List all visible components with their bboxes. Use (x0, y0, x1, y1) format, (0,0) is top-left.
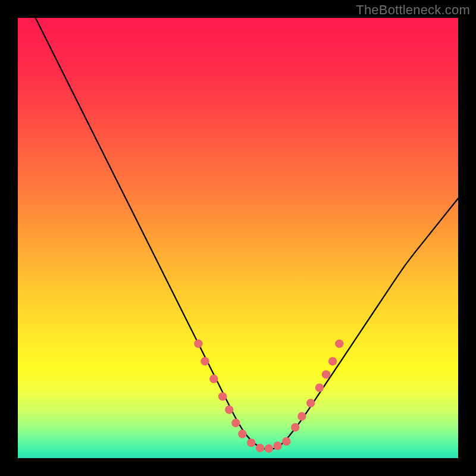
curve-marker (256, 444, 264, 452)
watermark-text: TheBottleneck.com (356, 2, 470, 18)
curve-marker (315, 383, 324, 392)
curve-markers (194, 339, 343, 453)
curve-marker (225, 405, 233, 414)
curve-marker (194, 339, 202, 347)
chart-svg (18, 18, 458, 458)
curve-marker (282, 437, 290, 446)
curve-marker (209, 375, 218, 383)
curve-marker (201, 357, 209, 365)
curve-marker (265, 444, 273, 453)
curve-marker (306, 399, 315, 407)
chart-frame: TheBottleneck.com (0, 0, 476, 476)
curve-marker (238, 430, 246, 438)
plot-area (18, 18, 458, 458)
curve-marker (298, 412, 306, 421)
curve-marker (247, 439, 255, 447)
curve-marker (231, 419, 240, 427)
bottleneck-curve (36, 18, 458, 449)
curve-marker (335, 339, 343, 347)
curve-marker (291, 423, 299, 431)
curve-marker (218, 392, 227, 400)
curve-marker (273, 441, 281, 450)
curve-marker (328, 357, 337, 365)
curve-marker (322, 370, 330, 378)
